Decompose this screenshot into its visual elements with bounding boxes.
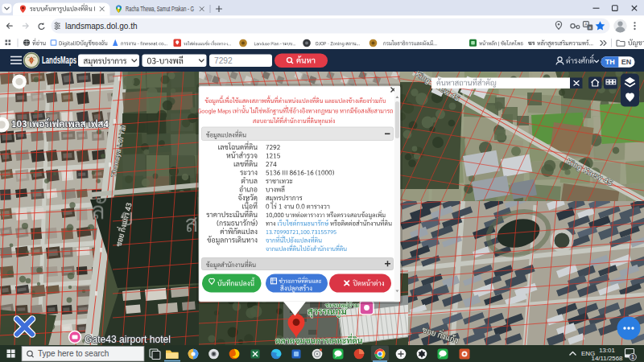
svg-text:7292: 7292 bbox=[214, 56, 233, 65]
svg-text:LandsMaps: LandsMaps bbox=[42, 55, 76, 66]
svg-text:Racha Thewa, Samut Prakan - G: Racha Thewa, Samut Prakan - G bbox=[126, 5, 194, 13]
svg-text:13:01: 13:01 bbox=[599, 347, 615, 354]
svg-text:1: 1 bbox=[631, 354, 634, 360]
svg-text:TH: TH bbox=[605, 58, 615, 66]
svg-text:Type here to search: Type here to search bbox=[38, 349, 109, 358]
svg-text:EN: EN bbox=[621, 58, 632, 66]
svg-text:Gate43 airport hotel: Gate43 airport hotel bbox=[85, 334, 171, 345]
svg-text:14/11/2568: 14/11/2568 bbox=[592, 355, 624, 362]
svg-text:landsmaps.dol.go.th: landsmaps.dol.go.th bbox=[65, 22, 138, 31]
